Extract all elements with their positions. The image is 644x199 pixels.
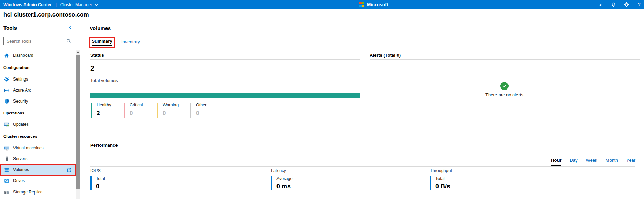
sidebar-item-updates[interactable]: Updates bbox=[0, 119, 76, 129]
health-status-bar bbox=[90, 93, 360, 98]
legend-label: Healthy bbox=[97, 103, 111, 107]
sidebar-item-azure-arc[interactable]: Azure Arc bbox=[0, 85, 76, 95]
sidebar-item-volumes[interactable]: Volumes bbox=[0, 165, 76, 175]
section-divider bbox=[3, 118, 75, 118]
sidebar-scrollbar[interactable] bbox=[76, 50, 80, 199]
sidebar-item-label: Azure Arc bbox=[13, 88, 31, 93]
legend-label: Other bbox=[196, 103, 207, 107]
sidebar-item-storage-replica[interactable]: Storage Replica bbox=[0, 187, 76, 197]
section-divider bbox=[3, 73, 75, 73]
section-header-operations: Operations bbox=[3, 111, 24, 115]
chevron-left-icon[interactable] bbox=[68, 25, 72, 31]
help-icon[interactable]: ? bbox=[636, 2, 642, 8]
range-tab-year[interactable]: Year bbox=[626, 158, 635, 165]
search-tools-input[interactable] bbox=[3, 37, 73, 45]
legend-value: 2 bbox=[97, 110, 111, 117]
windows-admin-center-page: Windows Admin Center | Cluster Manager M… bbox=[0, 0, 644, 199]
sidebar-item-virtual-machines[interactable]: Virtual machines bbox=[0, 143, 76, 153]
shield-icon bbox=[4, 99, 9, 104]
sidebar-item-label: Updates bbox=[13, 122, 29, 127]
updates-icon bbox=[4, 122, 9, 127]
metric-throughput-block: Total 0 B/s bbox=[430, 176, 450, 190]
legend-healthy: Healthy 2 bbox=[91, 103, 111, 118]
azure-arc-icon bbox=[4, 88, 9, 93]
performance-divider bbox=[90, 149, 640, 149]
metric-latency-label: Latency bbox=[271, 168, 286, 173]
tools-sidebar: Tools Dashboard Configuration bbox=[0, 21, 80, 199]
sidebar-item-label: Settings bbox=[13, 77, 28, 82]
gear-icon bbox=[4, 77, 9, 82]
legend-other: Other 0 bbox=[190, 103, 207, 118]
legend-warning: Warning 0 bbox=[157, 103, 179, 118]
metric-throughput-label: Throughput bbox=[430, 168, 452, 173]
range-tab-week[interactable]: Week bbox=[586, 158, 597, 165]
range-tab-day[interactable]: Day bbox=[570, 158, 577, 165]
brand-name: Microsoft bbox=[367, 2, 389, 7]
range-tab-month[interactable]: Month bbox=[606, 158, 618, 165]
monitor-icon bbox=[4, 146, 9, 151]
legend-value: 0 bbox=[163, 110, 179, 117]
section-header-cluster-resources: Cluster resources bbox=[3, 134, 37, 138]
legend-label: Critical bbox=[130, 103, 143, 107]
replica-icon bbox=[4, 190, 9, 195]
status-heading: Status bbox=[90, 53, 104, 58]
performance-heading: Performance bbox=[90, 143, 118, 148]
microsoft-logo-icon bbox=[359, 2, 364, 7]
page-title: Volumes bbox=[90, 25, 111, 31]
sidebar-separator bbox=[80, 21, 80, 199]
scrollbar-up-arrow-icon[interactable] bbox=[77, 51, 79, 53]
powershell-icon[interactable]: >_ bbox=[598, 2, 604, 8]
check-circle-icon bbox=[500, 82, 509, 90]
sidebar-item-security[interactable]: Security bbox=[0, 96, 76, 106]
legend-critical: Critical 0 bbox=[124, 103, 143, 118]
sidebar-item-label: Volumes bbox=[13, 167, 29, 172]
tab-summary[interactable]: Summary bbox=[92, 39, 112, 46]
total-volumes-value: 2 bbox=[90, 64, 94, 72]
sidebar-item-dashboard[interactable]: Dashboard bbox=[0, 50, 76, 61]
alerts-empty-state: There are no alerts bbox=[470, 82, 539, 97]
chevron-down-icon[interactable] bbox=[94, 3, 98, 6]
title-divider: | bbox=[56, 2, 57, 7]
sidebar-item-servers[interactable]: Servers bbox=[0, 154, 76, 164]
sidebar-item-label: Virtual machines bbox=[13, 146, 44, 150]
notifications-bell-icon[interactable] bbox=[611, 2, 616, 8]
top-app-bar: Windows Admin Center | Cluster Manager M… bbox=[0, 0, 644, 9]
total-volumes-label: Total volumes bbox=[90, 78, 118, 83]
home-icon bbox=[4, 53, 9, 58]
sidebar-item-settings[interactable]: Settings bbox=[0, 74, 76, 84]
sidebar-item-label: Drives bbox=[13, 178, 25, 183]
sidebar-item-drives[interactable]: Drives bbox=[0, 176, 76, 186]
tools-title: Tools bbox=[3, 25, 17, 31]
settings-gear-icon[interactable] bbox=[624, 2, 629, 8]
metric-sublabel: Average bbox=[276, 176, 292, 181]
metric-value: 0 B/s bbox=[435, 183, 450, 190]
sidebar-scrollbar-thumb[interactable] bbox=[76, 55, 80, 189]
tab-inventory[interactable]: Inventory bbox=[121, 39, 140, 44]
no-alerts-message: There are no alerts bbox=[470, 92, 539, 97]
status-divider bbox=[90, 59, 360, 60]
microsoft-brand: Microsoft bbox=[359, 0, 389, 9]
time-range-tabs: Hour Day Week Month Year bbox=[551, 158, 635, 166]
range-tab-hour[interactable]: Hour bbox=[551, 158, 561, 166]
sidebar-item-label: Servers bbox=[13, 156, 27, 161]
search-icon[interactable] bbox=[66, 39, 71, 45]
popout-icon[interactable] bbox=[67, 168, 71, 174]
metric-iops-block: Total 0 bbox=[90, 176, 105, 190]
metric-value: 0 ms bbox=[276, 183, 292, 190]
range-tabs-divider bbox=[90, 166, 635, 167]
metric-iops-label: IOPS bbox=[90, 168, 101, 173]
metric-sublabel: Total bbox=[435, 176, 450, 181]
solution-title[interactable]: Cluster Manager bbox=[60, 2, 92, 7]
section-divider bbox=[3, 142, 75, 142]
legend-value: 0 bbox=[130, 110, 143, 117]
metric-sublabel: Total bbox=[96, 176, 105, 181]
metric-latency-block: Average 0 ms bbox=[271, 176, 292, 190]
section-header-configuration: Configuration bbox=[3, 65, 29, 70]
sidebar-item-label: Storage Replica bbox=[13, 190, 42, 195]
metric-value: 0 bbox=[96, 183, 105, 190]
app-title[interactable]: Windows Admin Center bbox=[3, 2, 52, 7]
drive-icon bbox=[4, 178, 9, 184]
server-icon bbox=[4, 156, 9, 161]
cluster-header: hci-cluster1.corp.contoso.com bbox=[0, 9, 644, 21]
disk-stack-icon bbox=[4, 167, 9, 172]
